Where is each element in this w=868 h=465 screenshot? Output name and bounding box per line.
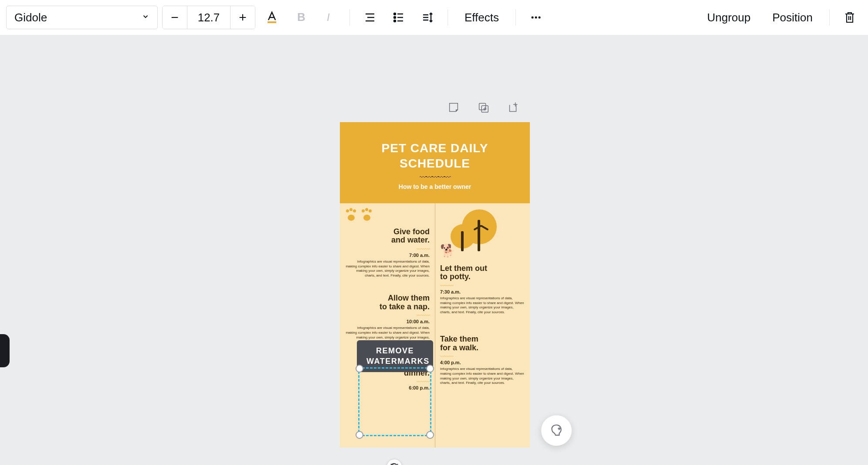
ai-assistant-fab[interactable] [541,415,572,446]
delete-button[interactable] [837,5,862,30]
item-title: Give foodand water. [345,228,430,245]
svg-text:B: B [297,10,305,24]
item-time: 7:30 a.m. [440,289,525,294]
alignment-button[interactable] [358,5,382,30]
item-time: 6:00 p.m. [345,385,430,390]
item-desc: Infographics are visual representations … [345,260,430,278]
font-size-group: − + [162,6,255,29]
svg-rect-0 [268,21,276,23]
title-line-2: SCHEDULE [400,157,470,170]
dog-icon: 🐕 [440,243,455,258]
squiggle-divider: 〰〰〰〰〰 [349,174,521,181]
font-family-name: Gidole [14,11,47,24]
center-divider [435,203,435,448]
italic-button[interactable]: I [317,5,342,30]
page-actions [444,98,522,116]
chevron-down-icon [142,13,149,22]
item-time: 7:00 a.m. [345,253,430,258]
right-column: 🐕 Let them outto potty. 〰〰〰 7:30 a.m. In… [435,203,530,448]
squiggle-icon: 〰〰〰 [440,283,525,288]
paw-icons [345,209,430,222]
bold-button[interactable]: B [288,5,313,30]
schedule-item[interactable]: Let them outto potty. 〰〰〰 7:30 a.m. Info… [440,264,525,315]
svg-point-15 [532,17,534,19]
font-family-select[interactable]: Gidole [6,6,158,29]
item-title: Allow themto take a nap. [345,294,430,311]
tooltip-line-1: REMOVE [376,346,414,355]
item-time: 4:00 p.m. [440,360,525,365]
schedule-item-selected[interactable]: Allow themto take a nap. 〰〰〰 10:00 a.m. … [345,294,430,345]
schedule-item[interactable]: Take themfor a walk. 〰〰〰 4:00 p.m. Infog… [440,335,525,386]
design-subtitle[interactable]: How to be a better owner [349,183,521,190]
list-button[interactable] [387,5,411,30]
tooltip-line-2: WATERMARKS [366,357,430,366]
font-size-input[interactable] [187,6,231,29]
title-line-1: PET CARE DAILY [382,141,488,155]
squiggle-icon: 〰〰〰 [345,246,430,252]
svg-point-10 [394,20,396,22]
item-desc: Infographics are visual representations … [440,367,525,386]
squiggle-icon: 〰〰〰 [440,354,525,359]
notes-button[interactable] [444,98,463,116]
spacing-button[interactable] [415,5,440,30]
trunk-icon [478,220,480,251]
trunk-icon [461,231,464,251]
remove-watermarks-tooltip[interactable]: REMOVE WATERMARKS [357,340,433,372]
add-page-button[interactable] [504,98,522,116]
font-size-decrease-button[interactable]: − [163,6,187,29]
font-size-increase-button[interactable]: + [231,6,255,29]
item-desc: Infographics are visual representations … [440,296,525,315]
toolbar-divider [448,9,448,26]
canvas-area[interactable]: PET CARE DAILY SCHEDULE 〰〰〰〰〰 How to be … [0,35,868,465]
left-column: Give foodand water. 〰〰〰 7:00 a.m. Infogr… [340,203,435,448]
svg-point-6 [394,13,396,15]
side-panel-toggle[interactable] [0,334,10,367]
paw-icon [345,209,357,222]
svg-point-17 [539,17,541,19]
squiggle-icon: 〰〰〰 [345,379,430,384]
item-title: Take themfor a walk. [440,335,525,352]
svg-point-8 [394,17,396,18]
item-title: Let them outto potty. [440,264,525,281]
effects-button[interactable]: Effects [456,5,508,30]
squiggle-icon: 〰〰〰 [345,313,430,318]
svg-point-16 [535,17,537,19]
text-toolbar: Gidole − + B I Effects Ungroup Position [0,0,868,35]
paw-icon [361,209,373,222]
design-title[interactable]: PET CARE DAILY SCHEDULE [349,140,521,171]
toolbar-divider [515,9,516,26]
design-header[interactable]: PET CARE DAILY SCHEDULE 〰〰〰〰〰 How to be … [340,122,530,203]
item-time: 10:00 a.m. [345,319,430,324]
toolbar-divider [829,9,830,26]
more-button[interactable] [524,5,548,30]
schedule-item[interactable]: Give foodand water. 〰〰〰 7:00 a.m. Infogr… [345,228,430,278]
toolbar-divider [349,9,350,26]
ungroup-button[interactable]: Ungroup [698,5,760,30]
svg-text:I: I [327,11,330,23]
rotate-handle[interactable] [387,459,402,465]
design-page[interactable]: PET CARE DAILY SCHEDULE 〰〰〰〰〰 How to be … [340,122,530,448]
duplicate-page-button[interactable] [474,98,492,116]
position-button[interactable]: Position [764,5,822,30]
text-color-button[interactable] [260,5,284,30]
trees-illustration[interactable]: 🐕 [440,209,525,257]
design-body: Give foodand water. 〰〰〰 7:00 a.m. Infogr… [340,203,530,448]
